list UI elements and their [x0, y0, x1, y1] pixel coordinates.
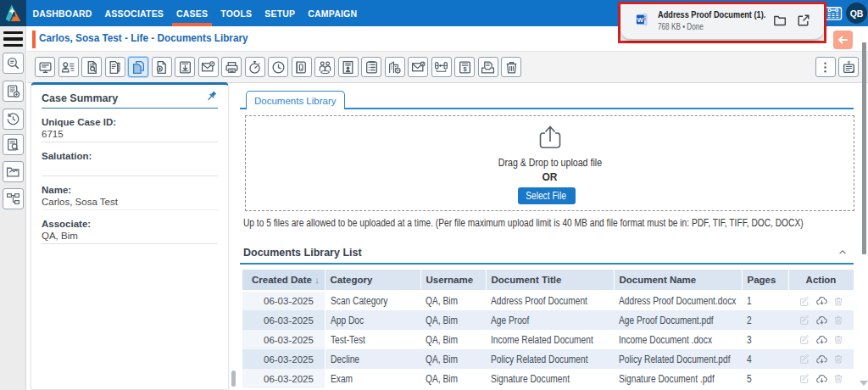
associate-card-icon[interactable]: [58, 57, 79, 77]
user-badge-icon[interactable]: [338, 57, 359, 77]
nav-item-tools[interactable]: TOOLS: [214, 0, 259, 26]
cloud-download-icon[interactable]: [815, 373, 828, 385]
back-button[interactable]: [833, 31, 853, 49]
a-logo-icon: [3, 3, 24, 24]
cell-username: QA, Bim: [420, 349, 486, 369]
scrollbar-down-arrow[interactable]: [860, 381, 868, 386]
cell-document-title: Policy Related Document: [486, 349, 614, 369]
table-row: 06-03-2025 Scan Category QA, Bim Address…: [242, 291, 854, 310]
document-edit-icon[interactable]: [105, 57, 125, 77]
column-header-category[interactable]: Category: [325, 270, 420, 291]
cell-document-name: Income Document .docx: [614, 330, 742, 349]
word-doc-icon: [635, 12, 649, 31]
dropzone-text: Drag & Drop to upload file: [246, 157, 854, 169]
people-icon[interactable]: [314, 57, 335, 77]
edit-icon[interactable]: [799, 296, 810, 307]
document-preview-icon[interactable]: [3, 134, 24, 155]
cloud-download-icon[interactable]: [815, 315, 828, 326]
copy-documents-icon[interactable]: [128, 57, 148, 77]
nav-item-associates[interactable]: ASSOCIATES: [98, 0, 170, 26]
open-in-new-icon[interactable]: [797, 14, 810, 31]
select-file-button[interactable]: Select File: [518, 187, 576, 204]
folder-settings-icon[interactable]: [3, 161, 24, 182]
column-header-action: Action: [788, 270, 854, 291]
column-header-document-title[interactable]: Document Title: [486, 270, 614, 291]
delete-icon[interactable]: [833, 334, 843, 345]
delete-icon[interactable]: [833, 315, 843, 326]
clock-icon[interactable]: [268, 57, 288, 77]
nav-item-campaign[interactable]: CAMPAIGN: [302, 0, 364, 26]
monitor-icon[interactable]: [35, 57, 55, 77]
cell-pages: 1: [742, 291, 788, 310]
documents-panel: Documents Library Drag & Drop to upload …: [240, 82, 854, 390]
app-logo[interactable]: [0, 0, 26, 26]
chevron-up-icon[interactable]: [837, 245, 849, 260]
menu-hamburger-icon[interactable]: [3, 31, 23, 47]
history-icon[interactable]: [3, 109, 24, 130]
document-add-icon[interactable]: [152, 57, 172, 77]
cell-username: QA, Bim: [420, 310, 486, 330]
building-settings-icon[interactable]: [385, 57, 405, 77]
phone-book-icon[interactable]: [292, 57, 312, 77]
cloud-download-icon[interactable]: [815, 354, 828, 365]
nav-item-cases[interactable]: CASES: [170, 0, 214, 26]
user-avatar[interactable]: QB: [846, 3, 867, 24]
column-header-pages[interactable]: Pages: [742, 270, 788, 291]
checklist-icon[interactable]: [361, 57, 381, 77]
nav-item-dashboard[interactable]: DASHBOARD: [26, 0, 98, 26]
cell-action: [788, 330, 854, 349]
field-label: Salutation:: [42, 150, 218, 162]
delete-icon[interactable]: [833, 296, 843, 307]
upload-dropzone[interactable]: Drag & Drop to upload file OR Select Fil…: [245, 115, 854, 211]
cloud-download-icon[interactable]: [815, 295, 828, 307]
note-add-icon[interactable]: [3, 81, 24, 102]
show-in-folder-icon[interactable]: [773, 14, 787, 31]
document-tray-icon[interactable]: [478, 57, 498, 77]
trash-icon[interactable]: [501, 57, 521, 77]
printer-icon[interactable]: [221, 57, 242, 77]
field-value: 6715: [42, 128, 218, 140]
pin-icon[interactable]: [205, 90, 218, 106]
toolbar-icon-group: [35, 57, 521, 77]
sticky-note-icon[interactable]: [838, 57, 859, 77]
nav-label: ASSOCIATES: [105, 8, 164, 19]
cell-created-date: 06-03-2025: [242, 330, 325, 349]
mail-check-icon[interactable]: [408, 57, 428, 77]
kebab-menu-icon[interactable]: [815, 57, 836, 77]
table-row: 06-03-2025 Exam QA, Bim Signature Docume…: [242, 369, 854, 388]
edit-icon[interactable]: [799, 373, 810, 384]
column-header-username[interactable]: Username: [420, 270, 486, 291]
tab-label: Documents Library: [254, 96, 337, 106]
mail-compose-icon[interactable]: [198, 57, 219, 77]
edit-icon[interactable]: [799, 334, 810, 345]
search-document-icon[interactable]: [3, 53, 24, 74]
delete-icon[interactable]: [833, 354, 843, 365]
tab-documents-library[interactable]: Documents Library: [246, 91, 345, 109]
table-header-row: Created Date ↓ Category Username Documen…: [242, 270, 854, 291]
panel-scrollbar-thumb[interactable]: [231, 370, 236, 387]
column-header-created-date[interactable]: Created Date ↓: [242, 270, 325, 291]
avatar-initials: QB: [850, 8, 864, 19]
stopwatch-icon[interactable]: [245, 57, 265, 77]
edit-icon[interactable]: [799, 315, 810, 326]
download-box-icon[interactable]: [175, 57, 195, 77]
edit-icon[interactable]: [799, 354, 810, 365]
capsule-link-icon[interactable]: [431, 57, 452, 77]
workflow-icon[interactable]: [3, 188, 24, 209]
cell-category: Exam: [325, 369, 420, 388]
column-header-document-name[interactable]: Document Name: [614, 270, 742, 291]
document-dollar-icon[interactable]: [454, 57, 475, 77]
cell-created-date: 06-03-2025: [242, 310, 325, 330]
cell-document-title: Age Proof: [486, 310, 614, 330]
nav-item-setup[interactable]: SETUP: [259, 0, 302, 26]
dropzone-or-text: OR: [246, 172, 854, 182]
cloud-download-icon[interactable]: [815, 334, 828, 346]
document-search-icon[interactable]: [81, 57, 102, 77]
case-toolbar: [27, 51, 868, 83]
cell-action: [788, 369, 854, 388]
page-scrollbar-thumb[interactable]: [862, 42, 866, 254]
download-popup[interactable]: Address Proof Document (1). 768 KB • Don…: [620, 4, 824, 39]
delete-icon[interactable]: [833, 373, 843, 384]
table-row: 06-03-2025 Decline QA, Bim Policy Relate…: [242, 349, 854, 369]
navbar-right: QB: [822, 0, 868, 26]
